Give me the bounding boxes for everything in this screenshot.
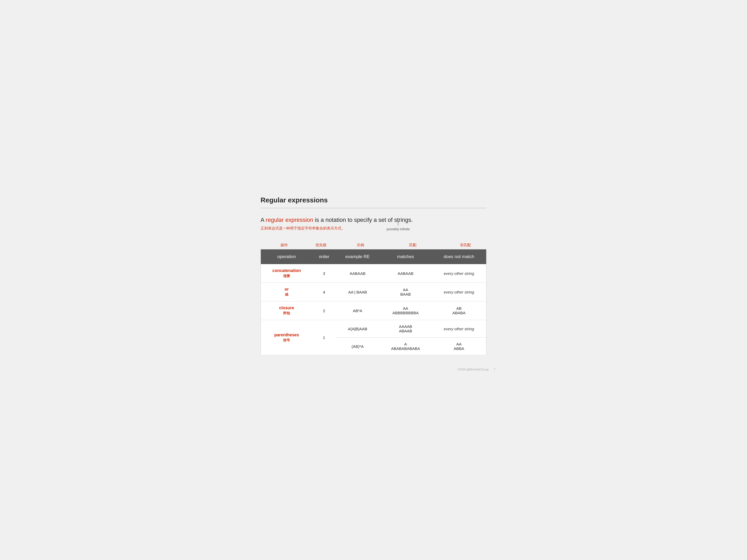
ch-header-1: 优先级 — [308, 241, 334, 249]
example-aa-baab: AA | BAAB — [336, 283, 380, 301]
chinese-headers-row: 操作 优先级 示例 匹配 非匹配 — [261, 241, 486, 249]
op-parentheses: parentheses括号 — [261, 320, 313, 355]
ch-header-2: 示例 — [334, 241, 387, 249]
divider — [261, 208, 486, 208]
th-matches: matches — [380, 249, 432, 264]
main-table: operation order example RE matches does … — [261, 249, 486, 355]
not-matches-abstar2: AAABBA — [432, 338, 486, 355]
matches-aabaab: AABAAB — [380, 264, 432, 283]
not-matches-abstar: ABABABA — [432, 301, 486, 320]
table-row: or或 4 AA | BAAB AABAAB every other strin… — [261, 283, 486, 301]
op-concatenation: concatenation连接 — [261, 264, 313, 283]
page-number: 7 — [494, 368, 495, 371]
th-not-matches: does not match — [432, 249, 486, 264]
op-closure: closure闭包 — [261, 301, 313, 320]
highlight-term: regular expression — [266, 217, 313, 223]
not-matches-every-2: every other string — [432, 283, 486, 301]
arrow-up-icon: ↑ — [396, 219, 400, 226]
credit-text: CSDN @MichelleChung — [458, 368, 489, 371]
intro-sentence: A regular expression is a notation to sp… — [261, 216, 486, 224]
order-4: 4 — [313, 283, 336, 301]
table-header-row: operation order example RE matches does … — [261, 249, 486, 264]
th-operation: operation — [261, 249, 313, 264]
order-2: 2 — [313, 301, 336, 320]
intro-prefix: A — [261, 217, 266, 223]
example-abstar2: (AB)*A — [336, 338, 380, 355]
example-aabaab: AABAAB — [336, 264, 380, 283]
th-example: example RE — [336, 249, 380, 264]
chinese-subtitle: 正则表达式是一种用于指定字符串集合的表示方式。 — [261, 226, 486, 231]
table-row: concatenation连接 3 AABAAB AABAAB every ot… — [261, 264, 486, 283]
order-3: 3 — [313, 264, 336, 283]
page-title: Regular expressions — [261, 196, 486, 204]
table-wrapper: 操作 优先级 示例 匹配 非匹配 operation order example… — [261, 241, 486, 355]
matches-aa-baab: AABAAB — [380, 283, 432, 301]
matches-aab: AAAABABAAB — [380, 320, 432, 338]
not-matches-every-1: every other string — [432, 264, 486, 283]
bottom-bar: CSDN @MichelleChung 7 — [458, 368, 495, 371]
example-abstar: AB*A — [336, 301, 380, 320]
ch-header-0: 操作 — [261, 241, 308, 249]
ch-header-3: 匹配 — [387, 241, 439, 249]
example-aab: A(A|B)AAB — [336, 320, 380, 338]
matches-abstar2: AABABABABABA — [380, 338, 432, 355]
matches-abstar: AAABBBBBBBBA — [380, 301, 432, 320]
slide: Regular expressions A regular expression… — [248, 186, 499, 375]
op-or: or或 — [261, 283, 313, 301]
ch-header-4: 非匹配 — [439, 241, 492, 249]
table-row: parentheses括号 1 A(A|B)AAB AAAABABAAB eve… — [261, 320, 486, 338]
th-order: order — [313, 249, 336, 264]
table-row: closure闭包 2 AB*A AAABBBBBBBBA ABABABA — [261, 301, 486, 320]
arrow-label: possibly infinite — [387, 227, 410, 231]
arrow-annotation: ↑ possibly infinite — [387, 219, 410, 231]
order-1: 1 — [313, 320, 336, 355]
not-matches-every-3: every other string — [432, 320, 486, 338]
